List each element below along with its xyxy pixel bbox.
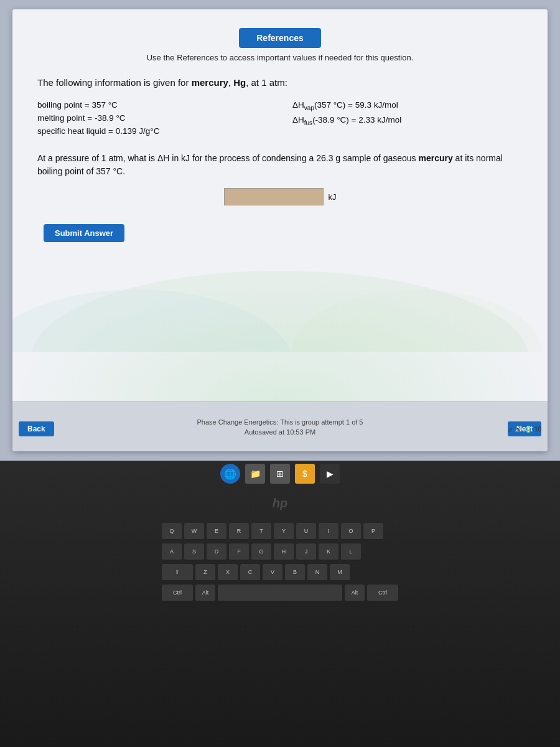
intro-text: The following information is given for m… [37, 77, 523, 88]
system-time: 10 [534, 426, 541, 433]
delta-hfus-row: ΔHfus(-38.9 °C) = 2.33 kJ/mol [292, 115, 523, 126]
right-column: ΔHvap(357 °C) = 59.3 kJ/mol ΔHfus(-38.9 … [292, 100, 523, 129]
key-m[interactable]: M [330, 564, 350, 581]
browser-window: References Use the References to access … [12, 9, 548, 451]
key-d[interactable]: D [207, 543, 226, 561]
wifi-icon: ⊿ [507, 426, 512, 433]
key-e[interactable]: E [207, 523, 226, 540]
left-column: boiling point = 357 °C melting point = -… [37, 100, 268, 139]
key-alt-r[interactable]: Alt [345, 585, 365, 602]
screen-area: References Use the References to access … [0, 0, 560, 461]
question-text: At a pressure of 1 atm, what is ΔH in kJ… [37, 152, 523, 178]
melting-point-row: melting point = -38.9 °C [37, 113, 268, 123]
key-alt[interactable]: Alt [195, 585, 215, 602]
answer-input[interactable] [224, 188, 324, 205]
dollar-icon[interactable]: $ [295, 464, 315, 484]
key-s[interactable]: S [184, 543, 204, 561]
svg-point-1 [12, 289, 292, 352]
wavy-decoration [12, 240, 548, 352]
references-button-container: References [37, 28, 523, 48]
key-x[interactable]: X [218, 564, 238, 581]
submit-button[interactable]: Submit Answer [44, 224, 124, 242]
key-y[interactable]: Y [274, 523, 294, 540]
back-button[interactable]: Back [19, 421, 54, 436]
data-section: boiling point = 357 °C melting point = -… [37, 100, 523, 139]
content-area: References Use the References to access … [12, 9, 548, 402]
submit-container: Submit Answer [44, 218, 523, 242]
keyboard: Q W E R T Y U I O P A S D F G H J K L ⇧ … [162, 523, 398, 605]
keyboard-row-3: ⇧ Z X C V B N M [162, 564, 398, 581]
references-button[interactable]: References [239, 28, 321, 48]
browser-icon[interactable]: 🌐 [220, 464, 240, 484]
key-g[interactable]: G [251, 543, 271, 561]
key-n[interactable]: N [307, 564, 327, 581]
key-t[interactable]: T [251, 523, 271, 540]
specific-heat-row: specific heat liquid = 0.139 J/g°C [37, 126, 268, 136]
svg-point-0 [31, 271, 529, 352]
keyboard-row-1: Q W E R T Y U I O P [162, 523, 398, 540]
media-icon[interactable]: ▶ [320, 464, 340, 484]
key-p[interactable]: P [363, 523, 383, 540]
key-z[interactable]: Z [195, 564, 215, 581]
key-c[interactable]: C [240, 564, 260, 581]
folder-icon[interactable]: 📁 [245, 464, 265, 484]
key-i[interactable]: I [319, 523, 338, 540]
key-ctrl[interactable]: Ctrl [162, 585, 193, 602]
nav-buttons: Back Next [12, 421, 548, 436]
answer-unit: kJ [329, 192, 337, 202]
volume-icon: 🔊 [515, 426, 522, 433]
references-subtitle: Use the References to access important v… [37, 53, 523, 62]
battery-icon: 🔋 [525, 426, 532, 433]
key-r[interactable]: R [229, 523, 249, 540]
taskbar: 🌐 📁 ⊞ $ ▶ [220, 464, 340, 484]
key-k[interactable]: K [319, 543, 338, 561]
bottom-bar: Phase Change Energetics: This is group a… [12, 402, 548, 451]
keyboard-row-2: A S D F G H J K L [162, 543, 398, 561]
key-o[interactable]: O [341, 523, 361, 540]
svg-point-2 [292, 289, 541, 352]
key-shift[interactable]: ⇧ [162, 564, 193, 581]
key-w[interactable]: W [184, 523, 204, 540]
key-ctrl-r[interactable]: Ctrl [367, 585, 398, 602]
keyboard-row-4: Ctrl Alt Alt Ctrl [162, 585, 398, 602]
apps-icon[interactable]: ⊞ [270, 464, 290, 484]
key-h[interactable]: H [274, 543, 294, 561]
boiling-point-row: boiling point = 357 °C [37, 100, 268, 110]
key-space[interactable] [218, 585, 342, 602]
key-j[interactable]: J [296, 543, 316, 561]
key-q[interactable]: Q [162, 523, 182, 540]
key-f[interactable]: F [229, 543, 249, 561]
system-tray: ⊿ 🔊 🔋 10 [507, 426, 541, 433]
delta-hvap-row: ΔHvap(357 °C) = 59.3 kJ/mol [292, 100, 523, 111]
answer-row: kJ [37, 188, 523, 205]
key-b[interactable]: B [285, 564, 305, 581]
key-v[interactable]: V [263, 564, 282, 581]
key-l[interactable]: L [341, 543, 361, 561]
key-u[interactable]: U [296, 523, 316, 540]
hp-logo: hp [273, 496, 287, 510]
keyboard-area: hp 🌐 📁 ⊞ $ ▶ Q W E R T Y U I O P A S D F… [0, 461, 560, 747]
key-a[interactable]: A [162, 543, 182, 561]
